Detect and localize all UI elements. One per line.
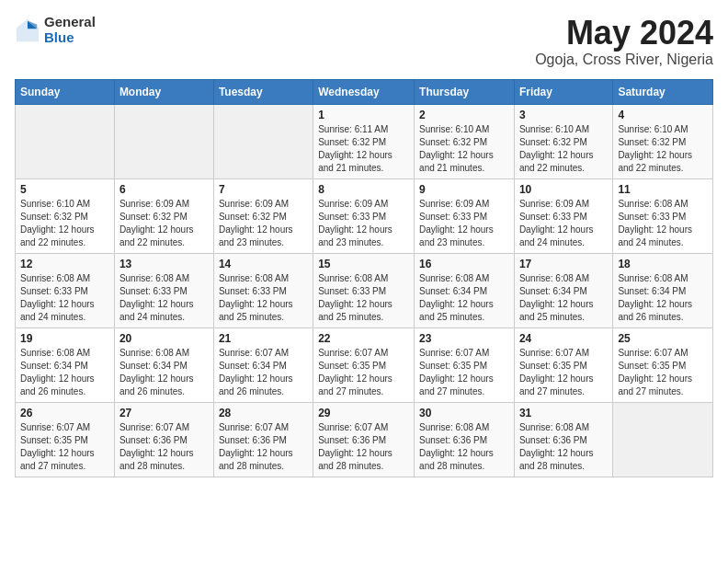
calendar-cell: 25Sunrise: 6:07 AM Sunset: 6:35 PM Dayli… xyxy=(613,327,713,402)
title-block: May 2024 Ogoja, Cross River, Nigeria xyxy=(535,15,713,68)
month-year-title: May 2024 xyxy=(535,15,713,52)
week-row-4: 19Sunrise: 6:08 AM Sunset: 6:34 PM Dayli… xyxy=(16,327,713,402)
day-detail: Sunrise: 6:10 AM Sunset: 6:32 PM Dayligh… xyxy=(419,123,509,175)
day-number: 16 xyxy=(419,258,509,270)
weekday-header-friday: Friday xyxy=(514,79,612,104)
calendar-cell: 26Sunrise: 6:07 AM Sunset: 6:35 PM Dayli… xyxy=(16,402,115,477)
calendar-cell: 28Sunrise: 6:07 AM Sunset: 6:36 PM Dayli… xyxy=(213,402,313,477)
calendar-cell: 15Sunrise: 6:08 AM Sunset: 6:33 PM Dayli… xyxy=(313,253,415,327)
day-detail: Sunrise: 6:08 AM Sunset: 6:36 PM Dayligh… xyxy=(419,421,509,473)
day-number: 11 xyxy=(618,183,708,196)
day-number: 3 xyxy=(519,109,608,121)
calendar-cell: 20Sunrise: 6:08 AM Sunset: 6:34 PM Dayli… xyxy=(114,327,213,402)
day-detail: Sunrise: 6:08 AM Sunset: 6:34 PM Dayligh… xyxy=(119,347,209,398)
calendar-cell: 1Sunrise: 6:11 AM Sunset: 6:32 PM Daylig… xyxy=(313,104,415,178)
day-number: 29 xyxy=(318,407,409,419)
day-number: 22 xyxy=(318,332,409,345)
day-detail: Sunrise: 6:10 AM Sunset: 6:32 PM Dayligh… xyxy=(618,123,708,175)
week-row-1: 1Sunrise: 6:11 AM Sunset: 6:32 PM Daylig… xyxy=(16,104,713,178)
day-number: 18 xyxy=(618,258,708,270)
day-number: 14 xyxy=(219,258,308,270)
day-number: 21 xyxy=(219,332,308,345)
page-header: General Blue May 2024 Ogoja, Cross River… xyxy=(15,15,713,68)
day-detail: Sunrise: 6:08 AM Sunset: 6:34 PM Dayligh… xyxy=(618,272,708,324)
weekday-header-tuesday: Tuesday xyxy=(213,79,313,104)
day-number: 30 xyxy=(419,407,509,419)
day-detail: Sunrise: 6:07 AM Sunset: 6:36 PM Dayligh… xyxy=(318,421,409,473)
weekday-row: SundayMondayTuesdayWednesdayThursdayFrid… xyxy=(16,79,713,104)
calendar-cell: 8Sunrise: 6:09 AM Sunset: 6:33 PM Daylig… xyxy=(313,178,415,253)
calendar-cell: 7Sunrise: 6:09 AM Sunset: 6:32 PM Daylig… xyxy=(213,178,313,253)
calendar-cell: 30Sunrise: 6:08 AM Sunset: 6:36 PM Dayli… xyxy=(415,402,515,477)
week-row-3: 12Sunrise: 6:08 AM Sunset: 6:33 PM Dayli… xyxy=(16,253,713,327)
day-number: 7 xyxy=(219,183,308,196)
calendar-cell: 9Sunrise: 6:09 AM Sunset: 6:33 PM Daylig… xyxy=(415,178,515,253)
day-number: 8 xyxy=(318,183,409,196)
calendar-cell: 10Sunrise: 6:09 AM Sunset: 6:33 PM Dayli… xyxy=(514,178,612,253)
day-detail: Sunrise: 6:09 AM Sunset: 6:33 PM Dayligh… xyxy=(419,198,509,249)
calendar-cell: 16Sunrise: 6:08 AM Sunset: 6:34 PM Dayli… xyxy=(415,253,515,327)
calendar-cell: 19Sunrise: 6:08 AM Sunset: 6:34 PM Dayli… xyxy=(16,327,115,402)
calendar-cell: 2Sunrise: 6:10 AM Sunset: 6:32 PM Daylig… xyxy=(415,104,515,178)
day-number: 13 xyxy=(119,258,209,270)
day-detail: Sunrise: 6:07 AM Sunset: 6:35 PM Dayligh… xyxy=(618,347,708,398)
calendar-cell xyxy=(16,104,115,178)
day-number: 19 xyxy=(20,332,109,345)
calendar-cell: 13Sunrise: 6:08 AM Sunset: 6:33 PM Dayli… xyxy=(114,253,213,327)
calendar-cell: 5Sunrise: 6:10 AM Sunset: 6:32 PM Daylig… xyxy=(16,178,115,253)
day-number: 31 xyxy=(519,407,608,419)
day-detail: Sunrise: 6:07 AM Sunset: 6:35 PM Dayligh… xyxy=(20,421,109,473)
day-number: 9 xyxy=(419,183,509,196)
calendar-cell: 14Sunrise: 6:08 AM Sunset: 6:33 PM Dayli… xyxy=(213,253,313,327)
day-detail: Sunrise: 6:08 AM Sunset: 6:33 PM Dayligh… xyxy=(119,272,209,324)
calendar-header: SundayMondayTuesdayWednesdayThursdayFrid… xyxy=(16,79,713,104)
calendar-cell: 24Sunrise: 6:07 AM Sunset: 6:35 PM Dayli… xyxy=(514,327,612,402)
weekday-header-saturday: Saturday xyxy=(613,79,713,104)
day-detail: Sunrise: 6:07 AM Sunset: 6:34 PM Dayligh… xyxy=(219,347,308,398)
day-detail: Sunrise: 6:09 AM Sunset: 6:32 PM Dayligh… xyxy=(119,198,209,249)
day-detail: Sunrise: 6:08 AM Sunset: 6:33 PM Dayligh… xyxy=(318,272,409,324)
day-detail: Sunrise: 6:07 AM Sunset: 6:36 PM Dayligh… xyxy=(219,421,308,473)
day-detail: Sunrise: 6:07 AM Sunset: 6:35 PM Dayligh… xyxy=(318,347,409,398)
day-number: 4 xyxy=(618,109,708,121)
day-number: 6 xyxy=(119,183,209,196)
logo-icon xyxy=(15,17,40,43)
day-number: 25 xyxy=(618,332,708,345)
calendar-cell: 12Sunrise: 6:08 AM Sunset: 6:33 PM Dayli… xyxy=(16,253,115,327)
logo-blue: Blue xyxy=(44,30,96,46)
day-number: 27 xyxy=(119,407,209,419)
day-number: 17 xyxy=(519,258,608,270)
logo-text: General Blue xyxy=(44,15,96,45)
day-detail: Sunrise: 6:09 AM Sunset: 6:33 PM Dayligh… xyxy=(318,198,409,249)
weekday-header-monday: Monday xyxy=(114,79,213,104)
calendar-cell: 18Sunrise: 6:08 AM Sunset: 6:34 PM Dayli… xyxy=(613,253,713,327)
weekday-header-thursday: Thursday xyxy=(415,79,515,104)
logo: General Blue xyxy=(15,15,96,45)
calendar-cell: 4Sunrise: 6:10 AM Sunset: 6:32 PM Daylig… xyxy=(613,104,713,178)
location-subtitle: Ogoja, Cross River, Nigeria xyxy=(535,52,713,68)
calendar-cell xyxy=(213,104,313,178)
day-detail: Sunrise: 6:08 AM Sunset: 6:36 PM Dayligh… xyxy=(519,421,608,473)
week-row-2: 5Sunrise: 6:10 AM Sunset: 6:32 PM Daylig… xyxy=(16,178,713,253)
day-number: 5 xyxy=(20,183,109,196)
day-number: 1 xyxy=(318,109,409,121)
day-detail: Sunrise: 6:07 AM Sunset: 6:35 PM Dayligh… xyxy=(419,347,509,398)
day-detail: Sunrise: 6:08 AM Sunset: 6:33 PM Dayligh… xyxy=(219,272,308,324)
day-detail: Sunrise: 6:11 AM Sunset: 6:32 PM Dayligh… xyxy=(318,123,409,175)
calendar-cell: 21Sunrise: 6:07 AM Sunset: 6:34 PM Dayli… xyxy=(213,327,313,402)
day-detail: Sunrise: 6:08 AM Sunset: 6:33 PM Dayligh… xyxy=(618,198,708,249)
day-detail: Sunrise: 6:08 AM Sunset: 6:34 PM Dayligh… xyxy=(419,272,509,324)
day-number: 20 xyxy=(119,332,209,345)
calendar-cell: 6Sunrise: 6:09 AM Sunset: 6:32 PM Daylig… xyxy=(114,178,213,253)
day-detail: Sunrise: 6:08 AM Sunset: 6:34 PM Dayligh… xyxy=(519,272,608,324)
weekday-header-wednesday: Wednesday xyxy=(313,79,415,104)
day-detail: Sunrise: 6:07 AM Sunset: 6:35 PM Dayligh… xyxy=(519,347,608,398)
calendar-cell: 27Sunrise: 6:07 AM Sunset: 6:36 PM Dayli… xyxy=(114,402,213,477)
calendar-table: SundayMondayTuesdayWednesdayThursdayFrid… xyxy=(15,79,713,477)
calendar-cell: 22Sunrise: 6:07 AM Sunset: 6:35 PM Dayli… xyxy=(313,327,415,402)
day-number: 12 xyxy=(20,258,109,270)
day-number: 23 xyxy=(419,332,509,345)
calendar-cell: 3Sunrise: 6:10 AM Sunset: 6:32 PM Daylig… xyxy=(514,104,612,178)
day-detail: Sunrise: 6:08 AM Sunset: 6:34 PM Dayligh… xyxy=(20,347,109,398)
day-detail: Sunrise: 6:08 AM Sunset: 6:33 PM Dayligh… xyxy=(20,272,109,324)
